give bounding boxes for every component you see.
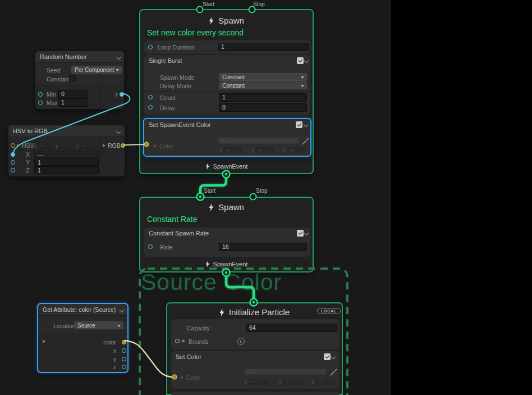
lock-icon[interactable]: L bbox=[237, 338, 245, 345]
expand-arrow-icon[interactable] bbox=[154, 144, 157, 148]
spawn2-title-row: Spawn bbox=[140, 202, 313, 212]
rate-field[interactable]: 16 bbox=[219, 243, 307, 251]
edge-getattr-color-to-init-color[interactable] bbox=[124, 340, 172, 377]
spawn-mode-value: Constant bbox=[222, 74, 245, 80]
caret-down-icon bbox=[301, 76, 304, 79]
z-minifield[interactable]: — bbox=[80, 143, 94, 149]
y-minifield[interactable]: — bbox=[59, 143, 73, 149]
z-minifield[interactable]: — bbox=[316, 379, 335, 385]
max-field[interactable]: 1 bbox=[58, 98, 88, 107]
x-row-label: X bbox=[26, 151, 30, 158]
single-burst-block[interactable]: Single Burst Spawn Mode Constant Delay M… bbox=[144, 55, 310, 115]
spawn1-color-label: Color bbox=[159, 143, 173, 149]
capacity-label: Capacity bbox=[187, 325, 210, 332]
spawn1-color-swatch[interactable]: — bbox=[218, 138, 299, 144]
capacity-field[interactable]: 64 bbox=[246, 324, 337, 332]
x-field[interactable]: — bbox=[34, 151, 99, 158]
y-input-port[interactable] bbox=[11, 160, 15, 165]
r-output-label: r bbox=[116, 91, 118, 98]
lightning-icon bbox=[205, 261, 210, 267]
get-attribute-body: color x y z bbox=[38, 334, 127, 372]
r-output-port[interactable] bbox=[120, 92, 124, 97]
z-row-label: Z bbox=[26, 167, 29, 174]
spawn1-stop-port-label: Stop bbox=[253, 1, 265, 7]
x-input-port[interactable] bbox=[11, 152, 15, 157]
x-minifield[interactable]: — bbox=[38, 143, 52, 149]
max-port[interactable] bbox=[38, 101, 43, 105]
delay-mode-label: Delay Mode bbox=[160, 83, 191, 89]
color-output-port[interactable] bbox=[122, 340, 126, 344]
spawn2-context-node[interactable]: Spawn Constant Rate Constant Spawn Rate … bbox=[139, 197, 314, 273]
delay-field[interactable]: 0 bbox=[219, 103, 307, 112]
random-number-node[interactable]: Random Number Seed Per Component Constan… bbox=[35, 51, 125, 110]
set-spawnevent-color-title: Set SpawnEvent Color bbox=[149, 121, 211, 128]
collapse-arrow-icon[interactable] bbox=[17, 145, 20, 147]
z-output-port[interactable] bbox=[122, 365, 126, 369]
y-minifield[interactable]: — bbox=[283, 379, 302, 385]
set-spawnevent-color-checkbox[interactable] bbox=[296, 121, 302, 128]
rgb-output-label: RGB bbox=[108, 142, 121, 149]
bounds-port[interactable] bbox=[175, 339, 180, 343]
set-color-checkbox[interactable] bbox=[324, 353, 331, 360]
constant-spawn-rate-checkbox[interactable] bbox=[297, 230, 304, 237]
y-field[interactable]: 1 bbox=[34, 158, 99, 166]
spawn1-start-port-label: Start bbox=[203, 1, 214, 7]
y-output-port[interactable] bbox=[122, 357, 126, 361]
get-attribute-titlebar[interactable]: Get Attribute: color (Source) bbox=[38, 304, 127, 316]
collapse-arrow-icon[interactable] bbox=[42, 340, 45, 343]
min-port[interactable] bbox=[38, 92, 43, 97]
eyedropper-icon[interactable] bbox=[302, 138, 309, 145]
z-label: z bbox=[283, 148, 286, 153]
caret-down-icon bbox=[116, 69, 119, 71]
random-number-titlebar[interactable]: Random Number bbox=[35, 51, 124, 63]
single-burst-title: Single Burst bbox=[149, 57, 182, 64]
constant-spawn-rate-title: Constant Spawn Rate bbox=[149, 230, 209, 237]
seed-dropdown[interactable]: Per Component bbox=[71, 66, 122, 74]
z-output-label: z bbox=[113, 364, 116, 370]
expand-arrow-icon[interactable] bbox=[182, 339, 185, 343]
hsv-input-port[interactable] bbox=[11, 143, 15, 148]
x-minifield[interactable]: — bbox=[249, 379, 268, 385]
z-minifield[interactable]: — bbox=[287, 147, 305, 153]
hsv-titlebar[interactable]: HSV to RGB bbox=[8, 125, 125, 137]
hsv-row-label: HSV bbox=[22, 142, 34, 149]
get-attribute-node[interactable]: Get Attribute: color (Source) Location S… bbox=[37, 303, 129, 373]
count-field[interactable]: 1 bbox=[219, 93, 307, 102]
z-field[interactable]: 1 bbox=[34, 166, 99, 174]
loop-duration-field[interactable]: 1 bbox=[218, 43, 309, 51]
spawn2-output-row: SpawnEvent bbox=[140, 261, 313, 267]
hsv-to-rgb-node[interactable]: HSV to RGB HSV x — y — z — X — Y 1 Z 1 R… bbox=[8, 125, 125, 177]
location-dropdown[interactable]: Source bbox=[74, 321, 123, 329]
set-color-title: Set Color bbox=[176, 353, 201, 360]
rgb-output-port[interactable] bbox=[121, 143, 125, 148]
count-port[interactable] bbox=[148, 95, 153, 99]
single-burst-enabled-checkbox[interactable] bbox=[297, 57, 304, 64]
spawn-mode-dropdown[interactable]: Constant bbox=[219, 73, 307, 81]
rate-port[interactable] bbox=[148, 244, 153, 249]
x-output-port[interactable] bbox=[122, 348, 126, 353]
min-field[interactable]: 0 bbox=[58, 90, 88, 98]
spawn-mode-label: Spawn Mode bbox=[160, 74, 194, 81]
x-minifield[interactable]: — bbox=[224, 147, 242, 153]
next-block-partial bbox=[171, 392, 340, 395]
delay-label: Delay bbox=[160, 105, 175, 111]
rate-label: Rate bbox=[160, 244, 172, 251]
eyedropper-icon[interactable] bbox=[330, 369, 337, 376]
delay-mode-dropdown[interactable]: Constant bbox=[219, 81, 307, 89]
expand-arrow-icon[interactable] bbox=[181, 376, 184, 379]
set-color-block[interactable]: Set Color Color — x — y — z — bbox=[171, 351, 340, 389]
z-input-port[interactable] bbox=[11, 168, 15, 172]
initialize-particle-node[interactable]: Initialize Particle LOCAL Capacity 64 Bo… bbox=[166, 302, 343, 395]
constant-checkbox[interactable] bbox=[69, 75, 76, 82]
loop-duration-port[interactable] bbox=[148, 45, 153, 49]
lightning-icon bbox=[209, 203, 214, 211]
spawn2-stop-port-label: Stop bbox=[256, 188, 268, 194]
constant-spawn-rate-block[interactable]: Constant Spawn Rate Rate 16 bbox=[144, 228, 310, 257]
y-minifield[interactable]: — bbox=[256, 147, 274, 153]
spawn1-context-node[interactable]: Spawn Set new color every second Loop Du… bbox=[139, 9, 314, 174]
set-spawnevent-color-block[interactable]: Set SpawnEvent Color Color — x — y — z — bbox=[143, 118, 311, 157]
init-color-swatch[interactable]: — bbox=[245, 369, 327, 375]
init-color-label: Color bbox=[186, 374, 200, 381]
hsv-title: HSV to RGB bbox=[13, 128, 48, 134]
delay-port[interactable] bbox=[148, 105, 153, 110]
